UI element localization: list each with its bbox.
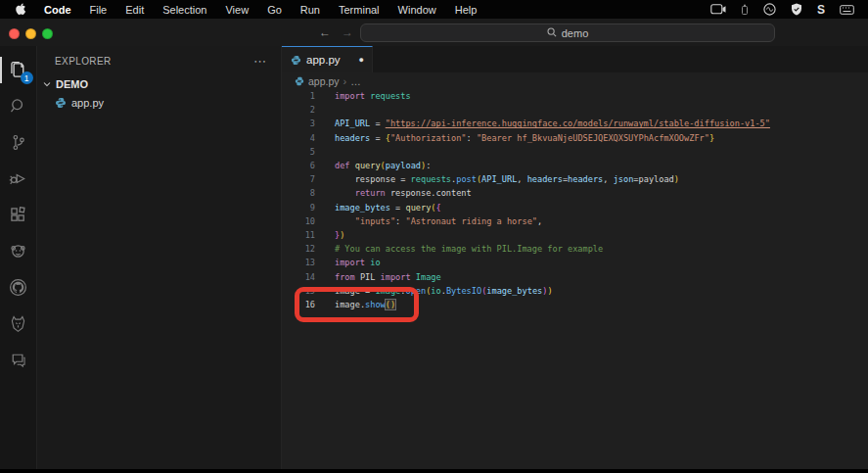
menu-item-help[interactable]: Help bbox=[455, 4, 478, 16]
sidebar-more-actions-icon[interactable]: ⋯ bbox=[253, 54, 267, 69]
keyboard-icon[interactable] bbox=[840, 5, 854, 15]
menu-item-view[interactable]: View bbox=[225, 4, 249, 16]
macos-menu-bar: CodeFileEditSelectionViewGoRunTerminalWi… bbox=[0, 0, 868, 19]
command-center-search[interactable]: demo bbox=[360, 24, 775, 42]
line-content: image_bytes = query({ bbox=[315, 203, 441, 213]
menu-items: CodeFileEditSelectionViewGoRunTerminalWi… bbox=[44, 4, 477, 16]
battery-icon[interactable] bbox=[741, 4, 749, 16]
line-content: image = Image.open(io.BytesIO(image_byte… bbox=[315, 286, 553, 296]
sidebar-title: EXPLORER bbox=[55, 56, 112, 67]
code-line: 9image_bytes = query({ bbox=[282, 201, 868, 214]
line-content: API_URL = "https://api-inference.hugging… bbox=[315, 118, 770, 128]
screen: CodeFileEditSelectionViewGoRunTerminalWi… bbox=[0, 0, 868, 473]
activity-search[interactable] bbox=[0, 88, 37, 124]
window-title-bar: ← → demo bbox=[0, 19, 868, 46]
code-line: 11}) bbox=[282, 228, 868, 242]
code-line: 13import io bbox=[282, 256, 868, 269]
line-number: 16 bbox=[282, 300, 315, 309]
code-line: 5 bbox=[282, 145, 868, 159]
menu-item-terminal[interactable]: Terminal bbox=[339, 4, 380, 16]
line-content: headers = {"Authorization": "Bearer hf_B… bbox=[315, 133, 714, 143]
folder-row-demo[interactable]: DEMO bbox=[37, 75, 281, 92]
menu-item-run[interactable]: Run bbox=[300, 4, 320, 16]
modified-dot-icon[interactable]: ● bbox=[359, 55, 364, 65]
code-line: 12# You can access the image with PIL.Im… bbox=[282, 242, 868, 256]
menu-status-icons: S bbox=[710, 3, 854, 17]
code-line: 14from PIL import Image bbox=[282, 269, 868, 283]
line-number: 7 bbox=[282, 174, 315, 184]
breadcrumb-item[interactable]: … bbox=[350, 75, 361, 87]
python-file-icon bbox=[55, 97, 67, 109]
menu-item-window[interactable]: Window bbox=[398, 4, 436, 16]
zoom-button[interactable] bbox=[42, 28, 53, 39]
line-number: 9 bbox=[282, 203, 315, 213]
line-number: 11 bbox=[282, 230, 315, 240]
line-content: return response.content bbox=[315, 188, 472, 198]
explorer-badge: 1 bbox=[21, 71, 33, 84]
activity-source-control[interactable] bbox=[0, 124, 37, 161]
line-number: 14 bbox=[282, 272, 315, 282]
code-line: 10 "inputs": "Astronaut riding a horse", bbox=[282, 214, 868, 228]
line-number: 13 bbox=[282, 258, 315, 267]
line-number: 10 bbox=[282, 216, 315, 226]
line-content: response = requests.post(API_URL, header… bbox=[315, 174, 679, 184]
search-icon bbox=[547, 27, 557, 39]
explorer-sidebar: EXPLORER ⋯ DEMO app.py bbox=[37, 46, 282, 469]
activity-monkey-face[interactable] bbox=[0, 233, 37, 269]
line-content: }) bbox=[315, 230, 344, 240]
line-number: 4 bbox=[282, 133, 315, 143]
tab-bar: app.py ● bbox=[282, 46, 868, 72]
line-number: 12 bbox=[282, 244, 315, 254]
breadcrumb-item[interactable]: app.py bbox=[308, 75, 340, 87]
line-content: import requests bbox=[315, 91, 411, 101]
activity-explorer[interactable]: 1 bbox=[0, 52, 37, 88]
line-number: 2 bbox=[282, 105, 315, 115]
minimize-button[interactable] bbox=[25, 28, 36, 39]
menu-item-file[interactable]: File bbox=[90, 4, 108, 16]
menu-item-edit[interactable]: Edit bbox=[125, 4, 144, 16]
menu-item-go[interactable]: Go bbox=[267, 4, 282, 16]
display-icon[interactable] bbox=[710, 4, 726, 15]
code-area[interactable]: 1import requests23API_URL = "https://api… bbox=[282, 89, 868, 311]
code-line: 1import requests bbox=[282, 89, 868, 103]
breadcrumb: app.py › … bbox=[282, 72, 868, 89]
activity-github[interactable] bbox=[0, 269, 37, 306]
nav-forward-icon[interactable]: → bbox=[342, 25, 353, 39]
line-content: image.show() bbox=[315, 300, 395, 309]
activity-wolf[interactable] bbox=[0, 306, 37, 342]
apple-menu-icon[interactable] bbox=[14, 3, 26, 17]
activity-run-debug[interactable] bbox=[0, 161, 37, 197]
line-content: def query(payload): bbox=[315, 161, 431, 170]
breadcrumb-separator: › bbox=[343, 75, 347, 87]
menu-item-selection[interactable]: Selection bbox=[162, 4, 206, 16]
file-name: app.py bbox=[71, 97, 104, 109]
file-row-app-py[interactable]: app.py bbox=[37, 94, 281, 111]
python-file-icon bbox=[295, 76, 304, 86]
shield-check-icon[interactable] bbox=[791, 3, 802, 16]
chevron-down-icon bbox=[41, 78, 53, 90]
code-line: 3API_URL = "https://api-inference.huggin… bbox=[282, 117, 868, 130]
python-file-icon bbox=[291, 55, 301, 66]
line-content: import io bbox=[315, 258, 381, 267]
line-content: # You can access the image with PIL.Imag… bbox=[315, 244, 603, 254]
creative-cloud-icon[interactable] bbox=[763, 3, 776, 16]
tab-app-py[interactable]: app.py ● bbox=[282, 46, 373, 72]
menu-item-code[interactable]: Code bbox=[44, 4, 71, 16]
line-number: 3 bbox=[282, 118, 315, 128]
stats-icon[interactable]: S bbox=[817, 3, 825, 17]
sidebar-header: EXPLORER ⋯ bbox=[37, 46, 281, 75]
nav-back-icon[interactable]: ← bbox=[319, 25, 331, 39]
activity-comments[interactable] bbox=[0, 342, 37, 378]
tab-label: app.py bbox=[306, 54, 341, 66]
activity-extensions[interactable] bbox=[0, 197, 37, 233]
folder-name: DEMO bbox=[56, 78, 88, 90]
code-line: 6def query(payload): bbox=[282, 159, 868, 172]
editor-group: app.py ● app.py › … 1import requests23AP… bbox=[282, 46, 868, 469]
code-line: 2 bbox=[282, 103, 868, 117]
close-button[interactable] bbox=[9, 28, 20, 39]
code-line: 8 return response.content bbox=[282, 186, 868, 200]
search-value: demo bbox=[562, 27, 589, 39]
line-number: 5 bbox=[282, 147, 315, 157]
code-line: 15image = Image.open(io.BytesIO(image_by… bbox=[282, 284, 868, 298]
line-number: 1 bbox=[282, 91, 315, 101]
